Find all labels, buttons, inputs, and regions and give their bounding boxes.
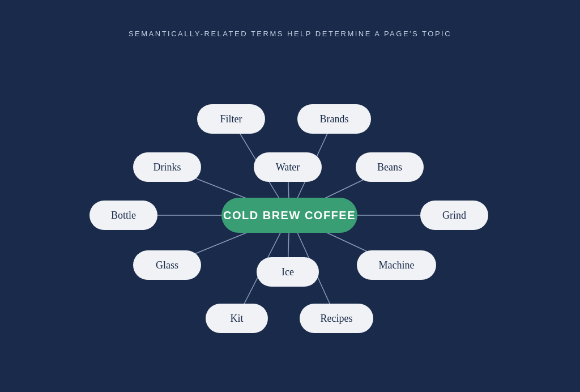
node-bottle: Bottle xyxy=(89,201,157,230)
node-machine: Machine xyxy=(357,250,436,280)
node-ice: Ice xyxy=(257,257,319,287)
connection-lines xyxy=(0,0,580,392)
node-kit: Kit xyxy=(206,304,268,333)
diagram: COLD BREW COFFEE FilterBrandsDrinksWater… xyxy=(0,0,580,392)
node-brands: Brands xyxy=(297,104,371,134)
node-recipes: Recipes xyxy=(300,304,373,333)
node-water: Water xyxy=(254,152,322,182)
node-filter: Filter xyxy=(197,104,265,134)
node-grind: Grind xyxy=(420,201,488,230)
node-drinks: Drinks xyxy=(133,152,201,182)
center-node: COLD BREW COFFEE xyxy=(221,198,357,233)
node-beans: Beans xyxy=(356,152,424,182)
node-glass: Glass xyxy=(133,250,201,280)
